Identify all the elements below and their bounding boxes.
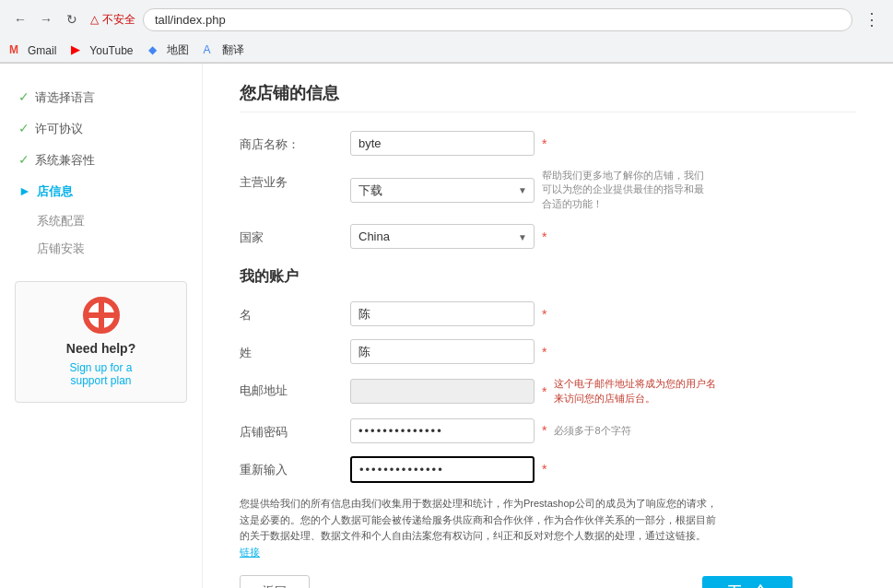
password-hint: 必须多于8个字符 xyxy=(554,424,630,438)
menu-dots-icon[interactable]: ⋮ xyxy=(860,6,884,33)
arrow-icon-shop-info: ► xyxy=(18,183,31,198)
country-select-wrap: China United States Japan Other ▼ xyxy=(350,224,535,249)
sidebar: ✓ 请选择语言 ✓ 许可协议 ✓ 系统兼容性 ► 店信息 系统配置 店铺安装 xyxy=(0,64,203,588)
account-divider: 我的账户 xyxy=(240,267,856,287)
last-name-input[interactable] xyxy=(350,339,535,364)
sidebar-label-license: 许可协议 xyxy=(35,121,83,137)
last-name-control: * xyxy=(350,339,856,364)
password-label: 店铺密码 xyxy=(240,418,350,441)
shop-info-title: 您店铺的信息 xyxy=(240,82,856,112)
shop-name-control: * xyxy=(350,131,856,156)
translate-label: 翻译 xyxy=(222,42,244,58)
sidebar-label-compatibility: 系统兼容性 xyxy=(35,152,95,169)
sidebar-item-license[interactable]: ✓ 许可协议 xyxy=(0,113,202,145)
lifebuoy-icon xyxy=(83,297,120,334)
bookmark-gmail[interactable]: M Gmail xyxy=(9,43,56,58)
check-icon-license: ✓ xyxy=(18,121,29,135)
password-required: * xyxy=(542,423,546,438)
main-business-control: 下载 软件 游戏 其他 ▼ 帮助我们更多地了解你的店铺，我们可以为您的企业提供最… xyxy=(350,169,856,211)
maps-icon: ◆ xyxy=(148,43,163,58)
main-content: 您店铺的信息 商店名称： * 主营业务 下载 软件 游戏 其他 ▼ xyxy=(203,64,893,588)
country-label: 国家 xyxy=(240,224,350,246)
main-business-select-wrap: 下载 软件 游戏 其他 ▼ xyxy=(350,178,535,203)
first-name-label: 名 xyxy=(240,301,350,323)
sidebar-item-system-config[interactable]: 系统配置 xyxy=(18,207,202,235)
last-name-group: 姓 * xyxy=(240,339,856,364)
first-name-control: * xyxy=(350,301,856,326)
bookmark-translate[interactable]: A 翻译 xyxy=(204,42,244,58)
sidebar-label-shop-info: 店信息 xyxy=(37,183,73,200)
email-control: * 这个电子邮件地址将成为您的用户名来访问您的店铺后台。 xyxy=(350,377,856,406)
country-select[interactable]: China United States Japan Other xyxy=(350,224,535,249)
sidebar-item-shop-install[interactable]: 店铺安装 xyxy=(18,235,202,263)
check-icon-language: ✓ xyxy=(18,89,29,104)
security-text: 不安全 xyxy=(102,12,135,28)
main-business-label: 主营业务 xyxy=(240,169,350,191)
back-button[interactable]: 返回 xyxy=(240,575,310,588)
nav-buttons: ← → ↻ xyxy=(9,8,83,30)
first-name-group: 名 * xyxy=(240,301,856,326)
sidebar-label-shop-install: 店铺安装 xyxy=(37,241,85,255)
country-control: China United States Japan Other ▼ * xyxy=(350,224,856,249)
page-container: ✓ 请选择语言 ✓ 许可协议 ✓ 系统兼容性 ► 店信息 系统配置 店铺安装 xyxy=(0,64,893,588)
browser-toolbar: ← → ↻ △ 不安全 tall/index.php ⋮ xyxy=(0,0,893,39)
first-name-input[interactable] xyxy=(350,301,535,326)
email-group: 电邮地址 * 这个电子邮件地址将成为您的用户名来访问您的店铺后台。 xyxy=(240,377,856,406)
address-bar[interactable]: tall/index.php xyxy=(143,8,852,31)
email-hint: 这个电子邮件地址将成为您的用户名来访问您的店铺后台。 xyxy=(554,377,720,406)
sidebar-item-compatibility[interactable]: ✓ 系统兼容性 xyxy=(0,145,202,176)
translate-icon: A xyxy=(204,43,218,58)
warning-triangle-icon: △ xyxy=(90,13,99,26)
bookmark-youtube[interactable]: ▶ YouTube xyxy=(71,43,133,58)
gmail-icon: M xyxy=(9,43,24,58)
youtube-icon: ▶ xyxy=(71,43,86,58)
business-hint: 帮助我们更多地了解你的店铺，我们可以为您的企业提供最佳的指导和最合适的功能！ xyxy=(542,169,708,211)
sidebar-sub-items: 系统配置 店铺安装 xyxy=(0,207,202,263)
back-button[interactable]: ← xyxy=(9,8,31,30)
gmail-label: Gmail xyxy=(28,44,56,57)
sidebar-label-system-config: 系统配置 xyxy=(37,214,85,228)
privacy-link[interactable]: 链接 xyxy=(240,547,260,558)
help-icon xyxy=(83,297,120,334)
forward-button[interactable]: → xyxy=(35,8,57,30)
sidebar-label-language: 请选择语言 xyxy=(35,89,95,106)
refresh-button[interactable]: ↻ xyxy=(61,8,83,30)
shop-name-input[interactable] xyxy=(350,131,535,156)
security-warning: △ 不安全 xyxy=(90,12,135,28)
check-icon-compatibility: ✓ xyxy=(18,152,29,167)
sidebar-item-shop-info[interactable]: ► 店信息 xyxy=(0,176,202,207)
maps-label: 地图 xyxy=(167,42,189,58)
main-business-group: 主营业务 下载 软件 游戏 其他 ▼ 帮助我们更多地了解你的店铺，我们可以为您的… xyxy=(240,169,856,211)
help-title: Need help? xyxy=(30,341,171,356)
bookmark-maps[interactable]: ◆ 地图 xyxy=(148,42,189,58)
country-group: 国家 China United States Japan Other ▼ * xyxy=(240,224,856,249)
main-business-select[interactable]: 下载 软件 游戏 其他 xyxy=(350,178,535,203)
first-name-required: * xyxy=(542,307,546,322)
browser-chrome: ← → ↻ △ 不安全 tall/index.php ⋮ M Gmail ▶ Y… xyxy=(0,0,893,64)
reenter-control: * xyxy=(350,456,856,483)
email-input[interactable] xyxy=(350,379,535,404)
last-name-label: 姓 xyxy=(240,339,350,361)
next-button[interactable]: 下一个 xyxy=(702,576,793,588)
last-name-required: * xyxy=(542,345,546,359)
youtube-label: YouTube xyxy=(89,44,133,57)
shop-name-label: 商店名称： xyxy=(240,131,350,153)
help-box: Need help? Sign up for a support plan xyxy=(15,281,187,403)
reenter-required: * xyxy=(542,462,546,476)
password-group: 店铺密码 * 必须多于8个字符 xyxy=(240,418,856,443)
help-link[interactable]: Sign up for a support plan xyxy=(30,361,171,387)
sidebar-item-language[interactable]: ✓ 请选择语言 xyxy=(0,82,202,113)
shop-name-required: * xyxy=(542,136,546,151)
url-text: tall/index.php xyxy=(155,13,226,27)
password-input[interactable] xyxy=(350,418,535,443)
country-required: * xyxy=(542,229,546,244)
my-account-title: 我的账户 xyxy=(240,267,856,287)
reenter-input[interactable] xyxy=(350,456,535,483)
reenter-label: 重新输入 xyxy=(240,456,350,478)
email-required: * xyxy=(542,384,546,399)
bookmarks-bar: M Gmail ▶ YouTube ◆ 地图 A 翻译 xyxy=(0,39,893,63)
shop-name-group: 商店名称： * xyxy=(240,131,856,156)
reenter-group: 重新输入 * xyxy=(240,456,856,483)
privacy-text: 您提供给我们的所有信息由我们收集用于数据处理和统计，作为Prestashop公司… xyxy=(240,496,719,560)
password-control: * 必须多于8个字符 xyxy=(350,418,856,443)
